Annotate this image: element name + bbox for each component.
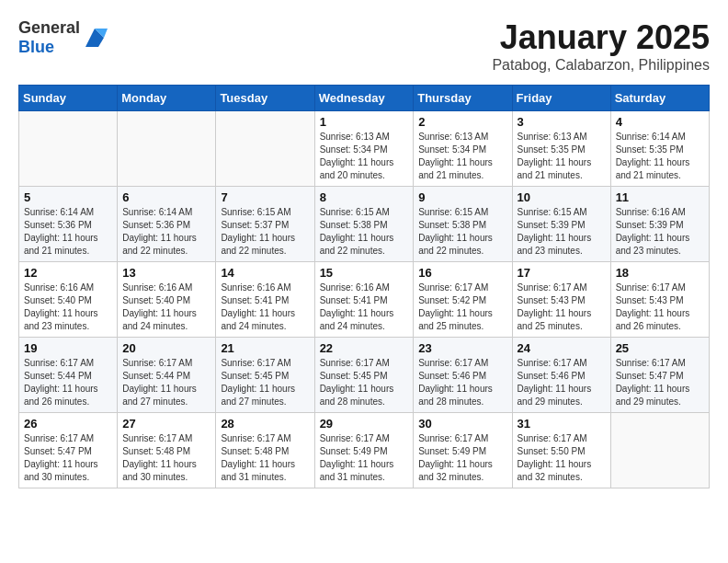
calendar-cell: 20Sunrise: 6:17 AMSunset: 5:44 PMDayligh… [118, 338, 216, 413]
day-info: Sunrise: 6:15 AMSunset: 5:38 PMDaylight:… [418, 206, 506, 258]
weekday-header-thursday: Thursday [414, 86, 512, 111]
calendar-cell: 18Sunrise: 6:17 AMSunset: 5:43 PMDayligh… [610, 262, 709, 338]
day-number: 9 [418, 190, 506, 204]
calendar-cell: 7Sunrise: 6:15 AMSunset: 5:37 PMDaylight… [216, 187, 314, 262]
calendar-cell: 6Sunrise: 6:14 AMSunset: 5:36 PMDaylight… [118, 187, 216, 262]
day-number: 3 [518, 115, 606, 129]
day-info: Sunrise: 6:17 AMSunset: 5:44 PMDaylight:… [24, 357, 112, 408]
day-number: 31 [518, 417, 606, 431]
day-info: Sunrise: 6:17 AMSunset: 5:49 PMDaylight:… [320, 432, 409, 484]
day-info: Sunrise: 6:17 AMSunset: 5:46 PMDaylight:… [418, 357, 506, 408]
location-title: Patabog, Calabarzon, Philippines [492, 57, 710, 74]
day-number: 14 [221, 266, 309, 280]
day-number: 21 [221, 341, 309, 355]
day-number: 19 [24, 341, 112, 355]
weekday-header-friday: Friday [512, 86, 610, 111]
calendar-cell: 15Sunrise: 6:16 AMSunset: 5:41 PMDayligh… [314, 262, 414, 338]
week-row-5: 26Sunrise: 6:17 AMSunset: 5:47 PMDayligh… [19, 413, 710, 488]
day-info: Sunrise: 6:13 AMSunset: 5:35 PMDaylight:… [518, 131, 606, 182]
calendar-cell: 30Sunrise: 6:17 AMSunset: 5:49 PMDayligh… [414, 413, 512, 488]
day-info: Sunrise: 6:17 AMSunset: 5:43 PMDaylight:… [518, 282, 606, 333]
weekday-header-row: SundayMondayTuesdayWednesdayThursdayFrid… [19, 86, 710, 111]
day-info: Sunrise: 6:13 AMSunset: 5:34 PMDaylight:… [418, 131, 506, 182]
day-number: 17 [518, 266, 606, 280]
day-number: 25 [616, 341, 704, 355]
day-info: Sunrise: 6:17 AMSunset: 5:45 PMDaylight:… [221, 357, 309, 408]
day-number: 20 [122, 341, 210, 355]
day-number: 18 [616, 266, 704, 280]
calendar-cell: 27Sunrise: 6:17 AMSunset: 5:48 PMDayligh… [118, 413, 216, 488]
calendar-cell: 1Sunrise: 6:13 AMSunset: 5:34 PMDaylight… [314, 111, 414, 187]
calendar-table: SundayMondayTuesdayWednesdayThursdayFrid… [18, 85, 710, 488]
day-number: 10 [518, 190, 606, 204]
day-info: Sunrise: 6:16 AMSunset: 5:40 PMDaylight:… [24, 282, 112, 333]
day-info: Sunrise: 6:17 AMSunset: 5:47 PMDaylight:… [616, 357, 704, 408]
month-title: January 2025 [492, 18, 710, 57]
day-info: Sunrise: 6:15 AMSunset: 5:38 PMDaylight:… [320, 206, 409, 258]
calendar-cell: 10Sunrise: 6:15 AMSunset: 5:39 PMDayligh… [512, 187, 610, 262]
day-number: 13 [122, 266, 210, 280]
calendar-cell: 4Sunrise: 6:14 AMSunset: 5:35 PMDaylight… [610, 111, 709, 187]
calendar-cell [118, 111, 216, 187]
day-number: 8 [320, 190, 409, 204]
day-number: 30 [418, 417, 506, 431]
weekday-header-monday: Monday [118, 86, 216, 111]
day-number: 22 [320, 341, 409, 355]
calendar-cell: 16Sunrise: 6:17 AMSunset: 5:42 PMDayligh… [414, 262, 512, 338]
day-number: 6 [122, 190, 210, 204]
day-info: Sunrise: 6:13 AMSunset: 5:34 PMDaylight:… [320, 131, 409, 182]
logo-icon [82, 25, 108, 51]
calendar-cell [19, 111, 118, 187]
calendar-cell: 31Sunrise: 6:17 AMSunset: 5:50 PMDayligh… [512, 413, 610, 488]
calendar-cell: 28Sunrise: 6:17 AMSunset: 5:48 PMDayligh… [216, 413, 314, 488]
weekday-header-wednesday: Wednesday [314, 86, 414, 111]
day-info: Sunrise: 6:15 AMSunset: 5:37 PMDaylight:… [221, 206, 309, 258]
day-info: Sunrise: 6:17 AMSunset: 5:46 PMDaylight:… [518, 357, 606, 408]
calendar-cell: 9Sunrise: 6:15 AMSunset: 5:38 PMDaylight… [414, 187, 512, 262]
day-number: 4 [616, 115, 704, 129]
day-info: Sunrise: 6:16 AMSunset: 5:41 PMDaylight:… [221, 282, 309, 333]
day-number: 16 [418, 266, 506, 280]
day-info: Sunrise: 6:14 AMSunset: 5:35 PMDaylight:… [616, 131, 704, 182]
calendar-cell: 12Sunrise: 6:16 AMSunset: 5:40 PMDayligh… [19, 262, 118, 338]
day-info: Sunrise: 6:16 AMSunset: 5:40 PMDaylight:… [122, 282, 210, 333]
day-number: 2 [418, 115, 506, 129]
day-info: Sunrise: 6:17 AMSunset: 5:49 PMDaylight:… [418, 432, 506, 484]
day-info: Sunrise: 6:16 AMSunset: 5:39 PMDaylight:… [616, 206, 704, 258]
day-number: 15 [320, 266, 409, 280]
day-info: Sunrise: 6:14 AMSunset: 5:36 PMDaylight:… [122, 206, 210, 258]
calendar-cell: 23Sunrise: 6:17 AMSunset: 5:46 PMDayligh… [414, 338, 512, 413]
calendar-cell: 21Sunrise: 6:17 AMSunset: 5:45 PMDayligh… [216, 338, 314, 413]
logo-text: General Blue [18, 18, 80, 57]
calendar-cell: 19Sunrise: 6:17 AMSunset: 5:44 PMDayligh… [19, 338, 118, 413]
day-info: Sunrise: 6:17 AMSunset: 5:48 PMDaylight:… [122, 432, 210, 484]
logo-general: General [18, 18, 80, 37]
day-number: 29 [320, 417, 409, 431]
day-number: 1 [320, 115, 409, 129]
calendar-cell: 5Sunrise: 6:14 AMSunset: 5:36 PMDaylight… [19, 187, 118, 262]
weekday-header-sunday: Sunday [19, 86, 118, 111]
day-info: Sunrise: 6:17 AMSunset: 5:42 PMDaylight:… [418, 282, 506, 333]
day-info: Sunrise: 6:15 AMSunset: 5:39 PMDaylight:… [518, 206, 606, 258]
day-number: 12 [24, 266, 112, 280]
day-number: 5 [24, 190, 112, 204]
calendar-cell: 25Sunrise: 6:17 AMSunset: 5:47 PMDayligh… [610, 338, 709, 413]
calendar-cell: 17Sunrise: 6:17 AMSunset: 5:43 PMDayligh… [512, 262, 610, 338]
day-info: Sunrise: 6:17 AMSunset: 5:48 PMDaylight:… [221, 432, 309, 484]
calendar-cell: 3Sunrise: 6:13 AMSunset: 5:35 PMDaylight… [512, 111, 610, 187]
calendar-cell: 26Sunrise: 6:17 AMSunset: 5:47 PMDayligh… [19, 413, 118, 488]
header-area: General Blue January 2025 Patabog, Calab… [18, 18, 710, 74]
calendar-cell: 13Sunrise: 6:16 AMSunset: 5:40 PMDayligh… [118, 262, 216, 338]
calendar-cell: 24Sunrise: 6:17 AMSunset: 5:46 PMDayligh… [512, 338, 610, 413]
calendar-cell: 22Sunrise: 6:17 AMSunset: 5:45 PMDayligh… [314, 338, 414, 413]
calendar-cell: 11Sunrise: 6:16 AMSunset: 5:39 PMDayligh… [610, 187, 709, 262]
calendar-cell: 8Sunrise: 6:15 AMSunset: 5:38 PMDaylight… [314, 187, 414, 262]
weekday-header-tuesday: Tuesday [216, 86, 314, 111]
day-number: 28 [221, 417, 309, 431]
day-info: Sunrise: 6:17 AMSunset: 5:47 PMDaylight:… [24, 432, 112, 484]
day-info: Sunrise: 6:17 AMSunset: 5:50 PMDaylight:… [518, 432, 606, 484]
day-number: 7 [221, 190, 309, 204]
day-info: Sunrise: 6:17 AMSunset: 5:45 PMDaylight:… [320, 357, 409, 408]
calendar-cell: 2Sunrise: 6:13 AMSunset: 5:34 PMDaylight… [414, 111, 512, 187]
day-number: 27 [122, 417, 210, 431]
